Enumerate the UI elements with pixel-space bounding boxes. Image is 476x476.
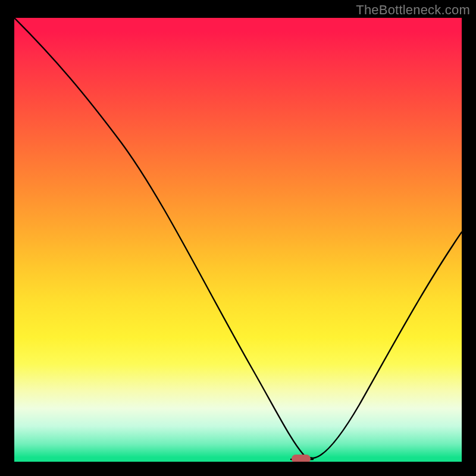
plot-area (14, 18, 462, 462)
optimal-point-marker (292, 455, 311, 462)
curve-path (14, 18, 462, 458)
bottleneck-curve (14, 18, 462, 462)
watermark-text: TheBottleneck.com (356, 2, 470, 18)
chart-frame: TheBottleneck.com (0, 0, 476, 476)
